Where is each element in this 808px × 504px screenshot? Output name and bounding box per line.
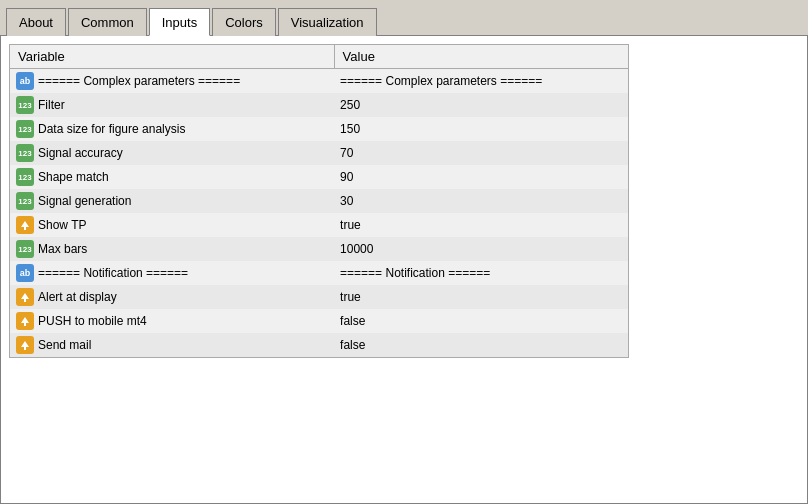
arrow-icon [16, 216, 34, 234]
variable-cell: ab====== Notification ====== [10, 261, 335, 285]
value-cell: 30 [334, 189, 628, 213]
variable-label: Send mail [38, 338, 91, 352]
num-icon: 123 [16, 240, 34, 258]
variable-label: Show TP [38, 218, 86, 232]
value-cell: false [334, 309, 628, 333]
table-row: 123Max bars10000 [10, 237, 629, 261]
value-cell: true [334, 213, 628, 237]
variable-cell: 123Signal accuracy [10, 141, 335, 165]
svg-rect-7 [24, 346, 26, 350]
svg-rect-5 [24, 322, 26, 326]
table-row: PUSH to mobile mt4false [10, 309, 629, 333]
variable-cell: Alert at display [10, 285, 335, 309]
table-row: ab====== Notification ============ Notif… [10, 261, 629, 285]
arrow-icon [16, 288, 34, 306]
value-cell: 90 [334, 165, 628, 189]
value-cell: ====== Notification ====== [334, 261, 628, 285]
table-row: ab====== Complex parameters ============… [10, 69, 629, 94]
value-cell: 10000 [334, 237, 628, 261]
svg-rect-3 [24, 298, 26, 302]
content-area: Variable Value ab====== Complex paramete… [0, 36, 808, 504]
ab-icon: ab [16, 72, 34, 90]
col-value-header: Value [334, 45, 628, 69]
ab-icon: ab [16, 264, 34, 282]
variable-label: Shape match [38, 170, 109, 184]
value-cell: 150 [334, 117, 628, 141]
variable-cell: Send mail [10, 333, 335, 358]
table-row: 123Signal accuracy70 [10, 141, 629, 165]
variable-cell: ab====== Complex parameters ====== [10, 69, 335, 94]
variable-label: Signal generation [38, 194, 131, 208]
value-cell: 70 [334, 141, 628, 165]
table-row: 123Signal generation30 [10, 189, 629, 213]
params-table: Variable Value ab====== Complex paramete… [9, 44, 629, 358]
table-row: Send mailfalse [10, 333, 629, 358]
variable-cell: 123Max bars [10, 237, 335, 261]
variable-label: Alert at display [38, 290, 117, 304]
tab-bar: AboutCommonInputsColorsVisualization [0, 0, 808, 36]
num-icon: 123 [16, 120, 34, 138]
num-icon: 123 [16, 168, 34, 186]
tab-visualization[interactable]: Visualization [278, 8, 377, 36]
num-icon: 123 [16, 96, 34, 114]
tab-colors[interactable]: Colors [212, 8, 276, 36]
arrow-icon [16, 336, 34, 354]
value-cell: false [334, 333, 628, 358]
variable-cell: 123Filter [10, 93, 335, 117]
value-cell: true [334, 285, 628, 309]
table-row: Alert at displaytrue [10, 285, 629, 309]
variable-label: Filter [38, 98, 65, 112]
variable-cell: 123Signal generation [10, 189, 335, 213]
table-row: 123Data size for figure analysis150 [10, 117, 629, 141]
variable-label: Data size for figure analysis [38, 122, 185, 136]
value-cell: 250 [334, 93, 628, 117]
tab-inputs[interactable]: Inputs [149, 8, 210, 36]
svg-rect-1 [24, 226, 26, 230]
table-row: Show TPtrue [10, 213, 629, 237]
variable-label: ====== Notification ====== [38, 266, 188, 280]
num-icon: 123 [16, 192, 34, 210]
variable-cell: 123Data size for figure analysis [10, 117, 335, 141]
table-row: 123Shape match90 [10, 165, 629, 189]
variable-label: Signal accuracy [38, 146, 123, 160]
table-row: 123Filter250 [10, 93, 629, 117]
tab-common[interactable]: Common [68, 8, 147, 36]
variable-label: ====== Complex parameters ====== [38, 74, 240, 88]
num-icon: 123 [16, 144, 34, 162]
variable-cell: Show TP [10, 213, 335, 237]
variable-cell: PUSH to mobile mt4 [10, 309, 335, 333]
variable-label: Max bars [38, 242, 87, 256]
variable-cell: 123Shape match [10, 165, 335, 189]
arrow-icon [16, 312, 34, 330]
col-variable-header: Variable [10, 45, 335, 69]
variable-label: PUSH to mobile mt4 [38, 314, 147, 328]
tab-about[interactable]: About [6, 8, 66, 36]
value-cell: ====== Complex parameters ====== [334, 69, 628, 94]
